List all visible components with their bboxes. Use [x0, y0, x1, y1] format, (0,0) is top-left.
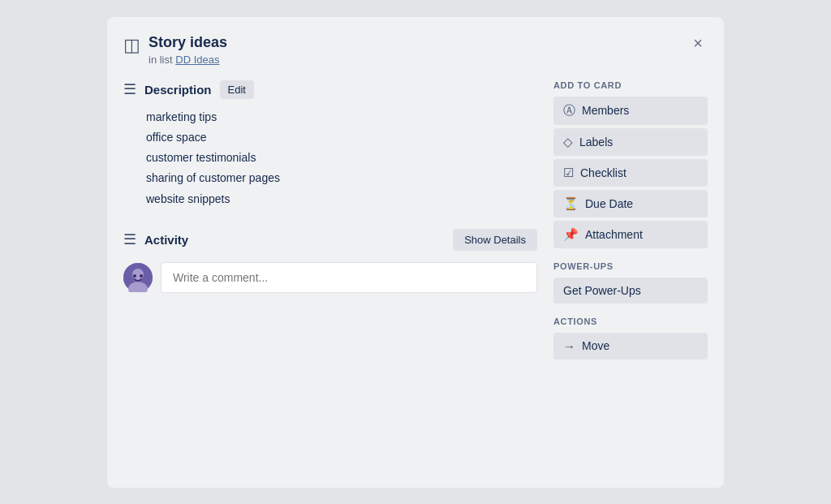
modal-body: ☰ Description Edit marketing tips office…: [123, 80, 708, 363]
close-button[interactable]: ×: [688, 33, 708, 53]
labels-icon: ◇: [563, 135, 573, 149]
move-button[interactable]: → Move: [553, 333, 708, 360]
list-name-link[interactable]: DD Ideas: [175, 54, 219, 66]
main-content: ☰ Description Edit marketing tips office…: [123, 80, 537, 363]
move-label: Move: [582, 339, 609, 352]
attachment-button[interactable]: 📌 Attachment: [553, 221, 708, 248]
activity-header-left: ☰ Activity: [123, 230, 188, 248]
description-content: marketing tips office space customer tes…: [123, 107, 537, 209]
activity-title: Activity: [144, 233, 188, 247]
due-date-button[interactable]: ⏳ Due Date: [553, 190, 708, 218]
edit-description-button[interactable]: Edit: [220, 80, 254, 99]
move-icon: →: [563, 339, 575, 353]
svg-point-4: [140, 274, 143, 278]
comment-area: [123, 262, 537, 293]
description-icon: ☰: [123, 80, 136, 98]
description-section: ☰ Description Edit marketing tips office…: [123, 80, 537, 209]
activity-header: ☰ Activity Show Details: [123, 229, 537, 251]
sidebar: ADD TO CARD Ⓐ Members ◇ Labels ☑ Checkli…: [553, 80, 708, 363]
members-button[interactable]: Ⓐ Members: [553, 97, 708, 125]
desc-item-4: sharing of customer pages: [146, 168, 537, 188]
svg-point-1: [132, 269, 144, 280]
power-ups-section: POWER-UPS Get Power-Ups: [553, 261, 708, 304]
add-to-card-label: ADD TO CARD: [553, 80, 708, 90]
desc-item-5: website snippets: [146, 189, 537, 209]
activity-section: ☰ Activity Show Details: [123, 229, 537, 293]
checklist-button[interactable]: ☑ Checklist: [553, 159, 708, 187]
desc-item-3: customer testimonials: [146, 148, 537, 168]
labels-label: Labels: [579, 136, 613, 149]
svg-point-3: [133, 274, 136, 278]
get-power-ups-button[interactable]: Get Power-Ups: [553, 278, 708, 304]
checklist-icon: ☑: [563, 166, 574, 180]
show-details-button[interactable]: Show Details: [453, 229, 537, 251]
card-title: Story ideas: [149, 33, 227, 52]
monitor-icon: ◫: [123, 35, 140, 56]
in-list-label: in list: [149, 54, 173, 66]
members-label: Members: [582, 104, 629, 117]
actions-label: ACTIONS: [553, 317, 708, 326]
due-date-label: Due Date: [585, 197, 633, 210]
avatar: [123, 263, 153, 292]
desc-item-2: office space: [146, 127, 537, 148]
desc-item-1: marketing tips: [146, 107, 537, 127]
description-header: ☰ Description Edit: [123, 80, 537, 99]
checklist-label: Checklist: [580, 166, 626, 179]
get-power-ups-label: Get Power-Ups: [563, 284, 641, 297]
description-title: Description: [144, 83, 212, 97]
attachment-icon: 📌: [563, 227, 579, 242]
card-modal: ◫ Story ideas in list DD Ideas × ☰ Descr…: [107, 17, 724, 488]
power-ups-label: POWER-UPS: [553, 261, 708, 271]
avatar-image: [123, 263, 153, 292]
attachment-label: Attachment: [585, 228, 643, 241]
modal-header: ◫ Story ideas in list DD Ideas ×: [123, 33, 708, 66]
comment-input[interactable]: [161, 262, 537, 293]
in-list-line: in list DD Ideas: [149, 54, 227, 66]
modal-title-text: Story ideas in list DD Ideas: [149, 33, 227, 66]
title-area: ◫ Story ideas in list DD Ideas: [123, 33, 227, 66]
labels-button[interactable]: ◇ Labels: [553, 128, 708, 156]
actions-section: ACTIONS → Move: [553, 317, 708, 360]
members-icon: Ⓐ: [563, 103, 575, 118]
due-date-icon: ⏳: [563, 196, 579, 211]
activity-icon: ☰: [123, 230, 136, 248]
